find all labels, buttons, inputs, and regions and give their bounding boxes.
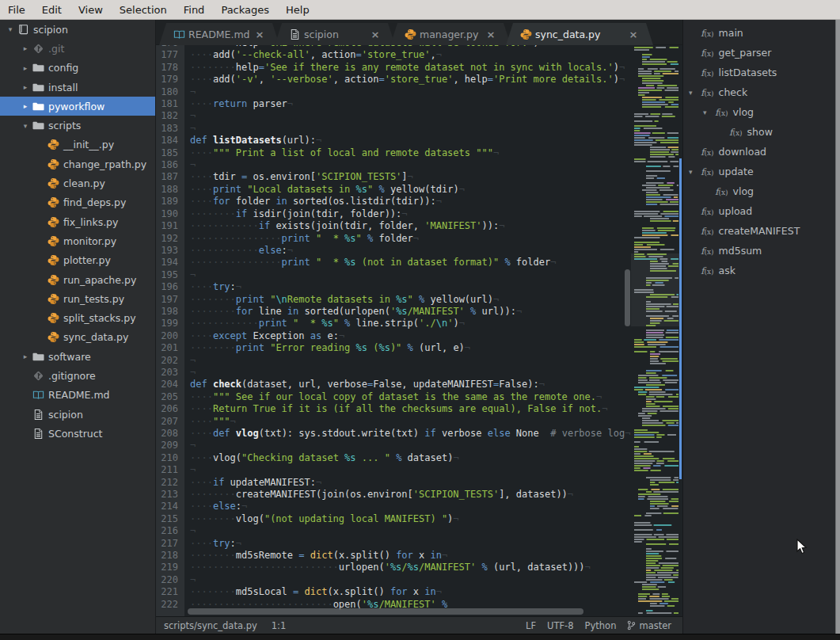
code-line[interactable]: 195¬	[156, 269, 631, 281]
line-number[interactable]: 202	[156, 355, 184, 367]
tree-item-run_apache.py[interactable]: run_apache.py	[0, 270, 155, 289]
code-line[interactable]: 214····else:¬	[156, 501, 631, 512]
line-number[interactable]: 177	[156, 49, 184, 61]
code-line[interactable]: 187····tdir = os.environ['SCIPION_TESTS'…	[156, 171, 631, 183]
tree-item-install[interactable]: ▸install	[0, 78, 155, 97]
code-line[interactable]: 196····try:¬	[156, 281, 631, 293]
code-line[interactable]: 204def check(dataset, url, verbose=False…	[156, 379, 631, 390]
code-line[interactable]: 181····return parser¬	[156, 98, 631, 110]
tree-item-README.md[interactable]: README.md	[0, 386, 155, 405]
line-number[interactable]: 191	[156, 220, 184, 232]
line-number[interactable]: 210	[156, 452, 184, 464]
line-number[interactable]: 190	[156, 208, 184, 220]
line-number[interactable]: 203	[156, 367, 184, 379]
window-right-scrollbar[interactable]	[835, 20, 840, 634]
chevron-down-icon[interactable]: ▾	[20, 122, 31, 130]
line-number[interactable]: 219	[156, 562, 184, 573]
code-line[interactable]: 182¬	[156, 110, 631, 122]
symbol-vlog[interactable]: ▾f(x)vlog	[683, 102, 840, 122]
code-line[interactable]: 183¬	[156, 123, 631, 135]
code-line[interactable]: 219··························urlopen('%s…	[156, 562, 631, 573]
tab-scipion[interactable]: scipion×	[275, 23, 395, 45]
chevron-right-icon[interactable]: ▸	[20, 83, 31, 91]
tree-item-fix_links.py[interactable]: fix_links.py	[0, 212, 155, 231]
code-line[interactable]: 210····vlog("Checking dataset %s ... " %…	[156, 452, 631, 464]
line-number[interactable]: 179	[156, 74, 184, 86]
line-number[interactable]: 196	[156, 281, 184, 293]
line-number[interactable]: 192	[156, 233, 184, 245]
line-number[interactable]: 208	[156, 428, 184, 440]
vertical-scrollbar[interactable]	[624, 45, 631, 616]
tree-item-monitor.py[interactable]: monitor.py	[0, 231, 155, 250]
line-number[interactable]: 214	[156, 501, 184, 512]
symbol-upload[interactable]: f(x)upload	[683, 201, 840, 221]
tree-item-pyworkflow[interactable]: ▸pyworkflow	[0, 97, 155, 116]
menu-edit[interactable]: Edit	[42, 4, 62, 16]
line-number[interactable]: 206	[156, 403, 184, 415]
code-line[interactable]: 216¬	[156, 525, 631, 537]
code-line[interactable]: 189····for folder in sorted(os.listdir(t…	[156, 196, 631, 208]
tree-item-sync_data.py[interactable]: sync_data.py	[0, 328, 155, 347]
code-editor[interactable]: 176········help='URL where remote datase…	[156, 45, 682, 616]
line-number[interactable]: 193	[156, 245, 184, 257]
tree-item-clean.py[interactable]: clean.py	[0, 173, 155, 192]
line-number[interactable]: 200	[156, 330, 184, 342]
line-number[interactable]: 187	[156, 171, 184, 183]
chevron-right-icon[interactable]: ▸	[20, 44, 31, 52]
code-line[interactable]: 202¬	[156, 355, 631, 367]
code-line[interactable]: 213········createMANIFEST(join(os.enviro…	[156, 489, 631, 501]
code-line[interactable]: 207····"""¬	[156, 416, 631, 428]
chevron-right-icon[interactable]: ▸	[20, 352, 31, 360]
code-line[interactable]: 221········md5sLocal = dict(x.split() fo…	[156, 586, 631, 598]
code-line[interactable]: 208····def vlog(txt): sys.stdout.write(t…	[156, 428, 631, 440]
line-number[interactable]: 204	[156, 379, 184, 390]
tree-item-SConstruct[interactable]: SConstruct	[0, 424, 155, 443]
code-line[interactable]: 180¬	[156, 86, 631, 98]
line-number[interactable]: 186	[156, 159, 184, 171]
code-line[interactable]: 178········help='See if there is any rem…	[156, 62, 631, 74]
code-line[interactable]: 203¬	[156, 367, 631, 379]
tree-item-change_rpath.py[interactable]: change_rpath.py	[0, 154, 155, 173]
line-number[interactable]: 222	[156, 599, 184, 611]
code-line[interactable]: 217····try:¬	[156, 538, 631, 550]
code-line[interactable]: 192················print " * %s" % folde…	[156, 233, 631, 245]
status-python[interactable]: Python	[585, 620, 617, 631]
code-line[interactable]: 220¬	[156, 574, 631, 586]
line-number[interactable]: 220	[156, 574, 184, 586]
tab-sync_data.py[interactable]: sync_data.py×	[506, 23, 653, 45]
line-number[interactable]: 184	[156, 135, 184, 147]
line-number[interactable]: 182	[156, 110, 184, 122]
menu-view[interactable]: View	[78, 4, 103, 16]
symbol-createMANIFEST[interactable]: f(x)createMANIFEST	[683, 221, 840, 241]
line-number[interactable]: 195	[156, 269, 184, 281]
code-line[interactable]: 215········vlog("(not updating local MAN…	[156, 513, 631, 525]
code-line[interactable]: 185····""" Print a list of local and rem…	[156, 147, 631, 159]
tree-item-scipion[interactable]: scipion	[0, 405, 155, 424]
status-utf-8[interactable]: UTF-8	[547, 620, 574, 631]
line-number[interactable]: 185	[156, 147, 184, 159]
tree-item-.git[interactable]: ▸.git	[0, 39, 155, 58]
tree-item-run_tests.py[interactable]: run_tests.py	[0, 289, 155, 308]
line-number[interactable]: 194	[156, 257, 184, 269]
tree-item-find_deps.py[interactable]: find_deps.py	[0, 193, 155, 212]
chevron-down-icon[interactable]: ▾	[5, 25, 16, 33]
tree-item-software[interactable]: ▸software	[0, 347, 155, 366]
vertical-scrollbar-handle[interactable]	[625, 269, 630, 326]
symbol-show[interactable]: f(x)show	[683, 122, 840, 142]
symbol-main[interactable]: f(x)main	[683, 23, 840, 43]
symbol-listDatasets[interactable]: f(x)listDatasets	[683, 63, 840, 82]
line-number[interactable]: 211	[156, 464, 184, 476]
chevron-right-icon[interactable]: ▸	[20, 64, 31, 72]
tree-item-plotter.py[interactable]: plotter.py	[0, 251, 155, 270]
menu-selection[interactable]: Selection	[120, 4, 167, 16]
chevron-down-icon[interactable]: ▾	[689, 89, 693, 97]
code-line[interactable]: 200····except Exception as e:¬	[156, 330, 631, 342]
code-line[interactable]: 188····print "Local datasets in %s" % ye…	[156, 184, 631, 196]
chevron-down-icon[interactable]: ▾	[703, 109, 707, 116]
code-line[interactable]: 184def listDatasets(url):¬	[156, 135, 631, 147]
menu-help[interactable]: Help	[286, 4, 310, 16]
code-line[interactable]: 197········print "\nRemote datasets in %…	[156, 294, 631, 306]
git-branch[interactable]: master	[627, 620, 671, 631]
code-line[interactable]: 206····Return True if it is (if all the …	[156, 403, 631, 415]
code-line[interactable]: 191············if exists(join(tdir, fold…	[156, 220, 631, 232]
